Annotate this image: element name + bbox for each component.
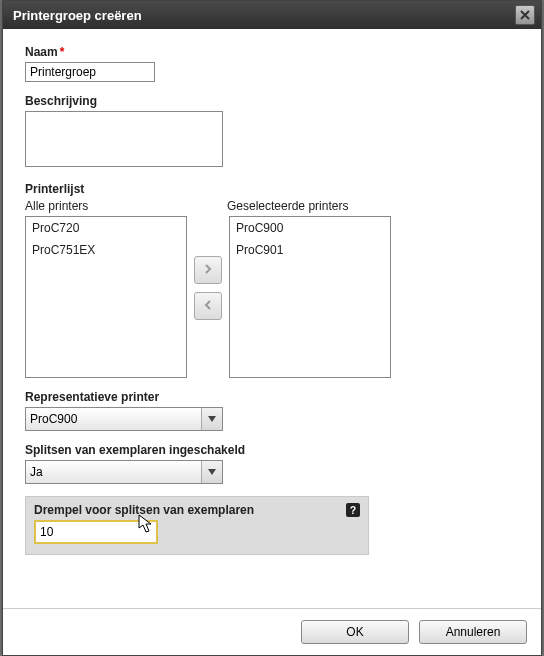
cancel-button[interactable]: Annuleren: [419, 620, 527, 644]
ok-button[interactable]: OK: [301, 620, 409, 644]
threshold-section: Drempel voor splitsen van exemplaren ?: [25, 496, 369, 555]
list-item[interactable]: ProC900: [230, 217, 390, 239]
selected-printers-listbox[interactable]: ProC900ProC901: [229, 216, 391, 378]
list-item[interactable]: ProC901: [230, 239, 390, 261]
help-icon[interactable]: ?: [346, 503, 360, 517]
name-label-text: Naam: [25, 45, 58, 59]
split-copies-select[interactable]: Ja: [25, 460, 223, 484]
list-item[interactable]: ProC751EX: [26, 239, 186, 261]
move-right-button[interactable]: [194, 256, 222, 284]
description-label: Beschrijving: [25, 94, 519, 108]
all-printers-listbox[interactable]: ProC720ProC751EX: [25, 216, 187, 378]
chevron-right-icon: [203, 263, 213, 277]
list-item[interactable]: ProC720: [26, 217, 186, 239]
split-copies-label: Splitsen van exemplaren ingeschakeld: [25, 443, 519, 457]
dialog-footer: OK Annuleren: [3, 608, 541, 655]
required-asterisk: *: [60, 45, 65, 59]
all-printers-label: Alle printers: [25, 199, 185, 213]
move-left-button[interactable]: [194, 292, 222, 320]
representative-printer-label: Representatieve printer: [25, 390, 519, 404]
create-printer-group-dialog: Printergroep creëren Naam* Beschrijving …: [2, 0, 542, 656]
selected-printers-label: Geselecteerde printers: [227, 199, 348, 213]
close-icon: [520, 8, 530, 23]
printerlist-label: Printerlijst: [25, 182, 519, 196]
description-input[interactable]: [25, 111, 223, 167]
dialog-title: Printergroep creëren: [13, 8, 142, 23]
close-button[interactable]: [515, 5, 535, 25]
dialog-content: Naam* Beschrijving Printerlijst Alle pri…: [3, 29, 541, 608]
threshold-input[interactable]: [34, 520, 158, 544]
representative-printer-select[interactable]: ProC900: [25, 407, 223, 431]
titlebar: Printergroep creëren: [3, 1, 541, 29]
threshold-label: Drempel voor splitsen van exemplaren: [34, 503, 360, 517]
name-input[interactable]: [25, 62, 155, 82]
chevron-left-icon: [203, 299, 213, 313]
name-label: Naam*: [25, 45, 519, 59]
